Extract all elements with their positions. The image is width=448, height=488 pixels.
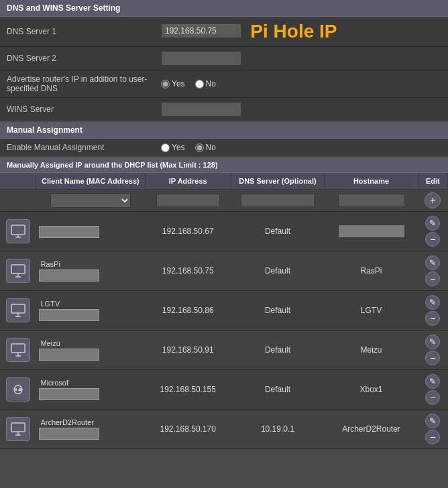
delete-button-6[interactable]: −: [425, 430, 440, 444]
device-icon-cell-3: [0, 291, 36, 330]
ip-address-5: 192.168.50.155: [160, 385, 216, 394]
dns-cell-2: Default: [231, 251, 325, 291]
enable-manual-yes-radio[interactable]: [161, 143, 170, 152]
pihole-label: Pi Hole IP: [250, 21, 337, 42]
delete-button-4[interactable]: −: [425, 351, 440, 365]
add-ip-input[interactable]: [156, 194, 220, 207]
gamepad-icon-5: [6, 377, 30, 402]
delete-button-5[interactable]: −: [425, 390, 440, 405]
edit-button-1[interactable]: ✎: [425, 216, 440, 231]
ip-cell-3: 192.168.50.86: [145, 291, 231, 330]
delete-button-2[interactable]: −: [425, 271, 440, 286]
monitor-icon-1: [6, 219, 30, 243]
svg-rect-3: [11, 265, 25, 273]
edit-button-4[interactable]: ✎: [425, 334, 440, 349]
hostname-cell-4: Meizu: [325, 330, 418, 370]
advertise-radio-group: Yes No: [161, 79, 441, 88]
table-row: Meizu 192.168.50.91 Default Meizu ✎ −: [0, 330, 448, 370]
client-mac-input-4[interactable]: [39, 349, 99, 361]
enable-manual-no-radio[interactable]: [195, 143, 204, 152]
computer-svg-2: [10, 263, 26, 279]
dns-server-3: Default: [265, 306, 290, 315]
delete-button-1[interactable]: −: [425, 232, 440, 247]
ip-cell-1: 192.168.50.67: [145, 212, 231, 251]
dns-server-6: 10.19.0.1: [261, 424, 294, 434]
client-mac-input-3[interactable]: [39, 309, 99, 321]
gamepad-svg-5: [10, 381, 26, 398]
advertise-yes-radio[interactable]: [161, 80, 170, 88]
hostname-cell-1: [325, 212, 418, 251]
edit-button-5[interactable]: ✎: [425, 374, 440, 389]
enable-manual-label: Enable Manual Assignment: [0, 139, 154, 156]
edit-cell-5: ✎ −: [418, 370, 447, 410]
advertise-label: Advertise router's IP in addition to use…: [0, 70, 154, 98]
ip-address-6: 192.168.50.170: [160, 424, 216, 434]
client-mac-input-5[interactable]: [39, 388, 99, 400]
col-dns: DNS Server (Optional): [231, 173, 325, 190]
edit-buttons-6: ✎ −: [421, 413, 444, 445]
dns-server2-input[interactable]: [161, 51, 241, 66]
edit-button-6[interactable]: ✎: [425, 414, 440, 428]
mac-address-select[interactable]: [50, 193, 131, 208]
computer-svg-3: [10, 302, 26, 318]
client-name-3: LGTV: [39, 300, 60, 308]
device-icon-cell-5: [0, 370, 36, 410]
dns-server1-input[interactable]: [161, 23, 241, 38]
delete-button-3[interactable]: −: [425, 311, 440, 326]
client-mac-input-2[interactable]: [39, 269, 99, 282]
dns-wins-table: DNS Server 1 Pi Hole IP DNS Server 2 Adv…: [0, 17, 448, 121]
advertise-no-label[interactable]: No: [195, 79, 216, 88]
edit-button-3[interactable]: ✎: [425, 295, 440, 310]
client-info-2: RasPi: [39, 260, 142, 282]
dns-cell-3: Default: [231, 291, 325, 330]
dns-wins-header: DNS and WINS Server Setting: [0, 0, 448, 17]
edit-buttons-2: ✎ −: [421, 255, 444, 287]
wins-server-label: WINS Server: [0, 98, 154, 121]
computer-icon-4: [6, 338, 30, 362]
hostname-cell-5: Xbox1: [325, 370, 418, 410]
dns-server-2: Default: [265, 266, 290, 276]
client-mac-input-6[interactable]: [39, 428, 99, 440]
enable-manual-radio-group: Yes No: [161, 143, 441, 152]
add-row-mac-cell: [36, 190, 145, 212]
add-entry-button[interactable]: +: [425, 192, 441, 208]
dhcp-add-row: +: [0, 190, 448, 212]
table-row: 192.168.50.67 Default ✎ −: [0, 212, 448, 251]
enable-manual-yes-label[interactable]: Yes: [161, 143, 185, 152]
edit-buttons-3: ✎ −: [421, 294, 444, 326]
device-icon-cell-6: [0, 410, 36, 449]
add-hostname-input[interactable]: [338, 194, 405, 207]
client-info-4: Meizu: [39, 339, 142, 361]
client-info-3: LGTV: [39, 300, 142, 321]
ip-cell-4: 192.168.50.91: [145, 330, 231, 370]
edit-button-2[interactable]: ✎: [425, 255, 440, 270]
client-cell-3: LGTV: [36, 291, 145, 330]
add-row-dns-cell: [231, 190, 325, 212]
monitor-svg-1: [10, 223, 26, 239]
svg-rect-7: [11, 344, 25, 353]
ip-address-2: 192.168.50.75: [162, 266, 214, 276]
hostname-input-1[interactable]: [338, 225, 405, 238]
ip-cell-6: 192.168.50.170: [145, 410, 231, 449]
hostname-cell-2: RasPi: [325, 251, 418, 291]
client-name-5: Microsof: [39, 379, 68, 387]
advertise-yes-label[interactable]: Yes: [161, 79, 185, 88]
dns-cell-4: Default: [231, 330, 325, 370]
enable-manual-no-label[interactable]: No: [195, 143, 216, 152]
add-dns-input[interactable]: [241, 194, 315, 207]
edit-cell-4: ✎ −: [418, 330, 447, 370]
dns-server-5: Default: [265, 385, 290, 394]
dhcp-table: Client Name (MAC Address) IP Address DNS…: [0, 173, 448, 449]
client-info-5: Microsof: [39, 379, 142, 400]
wins-server-cell: [154, 98, 448, 121]
client-mac-input-1[interactable]: [39, 226, 99, 238]
add-row-ip-cell: [145, 190, 231, 212]
wins-server-row: WINS Server: [0, 98, 448, 121]
wins-server-input[interactable]: [161, 102, 241, 117]
svg-point-13: [20, 389, 21, 391]
dns-server-1: Default: [265, 227, 290, 236]
advertise-no-radio[interactable]: [195, 80, 204, 88]
client-cell-6: ArcherD2Router: [36, 410, 145, 449]
client-info-6: ArcherD2Router: [39, 418, 142, 440]
manual-assignment-header: Manual Assignment: [0, 122, 448, 139]
